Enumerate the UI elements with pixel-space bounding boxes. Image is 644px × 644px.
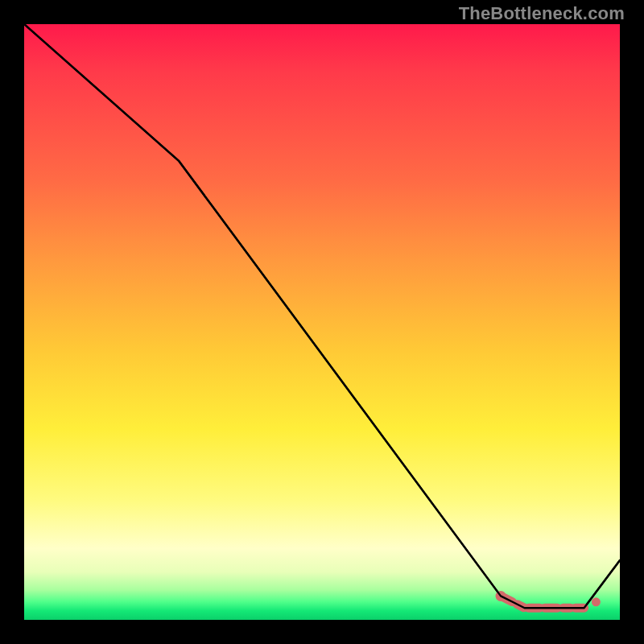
watermark-text: TheBottleneck.com bbox=[459, 3, 625, 24]
highlight-markers bbox=[496, 591, 601, 608]
chart-frame: TheBottleneck.com bbox=[0, 0, 644, 644]
chart-overlay bbox=[24, 24, 620, 620]
curve-line bbox=[24, 24, 620, 608]
plot-area bbox=[24, 24, 620, 620]
curve-line-top bbox=[24, 24, 620, 608]
highlight-trailing-dot bbox=[592, 597, 601, 606]
